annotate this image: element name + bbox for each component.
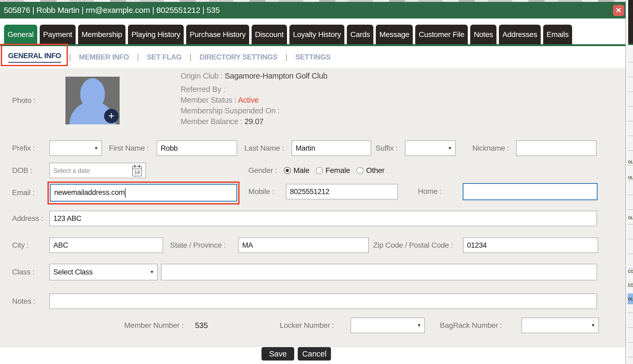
prefix-select[interactable] <box>49 140 102 156</box>
tab-bar: General Payment Membership Playing Histo… <box>0 23 625 46</box>
member-balance-row: Member Balance : 29.07 <box>181 117 263 126</box>
origin-club-value: Sagamore-Hampton Golf Club <box>225 72 327 80</box>
tab-message[interactable]: Message <box>376 25 413 44</box>
close-button[interactable] <box>613 5 624 16</box>
calendar-icon[interactable]: 14 <box>132 166 142 176</box>
subtab-general-info[interactable]: GENERAL INFO <box>8 52 61 63</box>
close-icon <box>613 5 624 16</box>
photo-placeholder[interactable] <box>65 77 120 124</box>
background-text-fragment: co <box>628 268 633 274</box>
zip-input[interactable]: 01234 <box>463 237 598 253</box>
chevron-down-icon <box>417 318 421 333</box>
radio-male[interactable] <box>284 167 291 174</box>
chevron-down-icon <box>591 318 595 333</box>
bagrack-number-select[interactable] <box>521 318 599 333</box>
state-label: State / Province : <box>170 237 226 253</box>
bagrack-number-label: BagRack Number : <box>440 318 502 333</box>
zip-label: Zip Code / Postal Code : <box>373 237 453 253</box>
subtab-set-flag[interactable]: SET FLAG <box>147 53 182 61</box>
class-label: Class : <box>12 264 34 280</box>
calendar-day: 14 <box>133 169 141 176</box>
subtab-separator: | <box>137 53 139 61</box>
tab-emails[interactable]: Emails <box>543 25 572 44</box>
mobile-input[interactable]: 8025551212 <box>286 184 398 199</box>
member-number-value: 535 <box>195 318 208 333</box>
background-text-fragment: ou <box>628 159 633 165</box>
radio-other[interactable] <box>356 167 363 174</box>
address-input[interactable]: 123 ABC <box>49 211 597 226</box>
tab-addresses[interactable]: Addresses <box>499 25 541 44</box>
class-select[interactable]: Select Class <box>49 264 158 280</box>
mobile-label: Mobile : <box>248 184 274 199</box>
subtab-directory-settings[interactable]: DIRECTORY SETTINGS <box>200 53 278 61</box>
home-input[interactable] <box>463 183 598 200</box>
last-name-label: Last Name : <box>244 140 284 156</box>
background-page-strip: ou ou ou co co ou <box>625 0 633 364</box>
home-label: Home : <box>418 184 441 199</box>
tab-payment[interactable]: Payment <box>40 25 76 44</box>
email-value: newemailaddress.com <box>54 188 125 196</box>
radio-female[interactable] <box>316 167 323 174</box>
first-name-input[interactable]: Robb <box>157 140 237 156</box>
tab-notes[interactable]: Notes <box>470 25 496 44</box>
gender-radio-group: Male Female Other <box>284 163 388 178</box>
state-input[interactable]: MA <box>238 237 369 253</box>
general-info-form: Photo : Origin Club : Sagamore-Hampton G… <box>0 68 625 347</box>
member-balance-label: Member Balance : <box>181 117 242 126</box>
locker-number-label: Locker Number : <box>280 318 334 333</box>
background-selected-row: ou <box>628 294 633 304</box>
tab-membership[interactable]: Membership <box>78 25 126 44</box>
city-label: City : <box>12 237 29 253</box>
add-photo-icon[interactable] <box>104 109 119 123</box>
notes-input[interactable] <box>49 294 597 309</box>
email-input[interactable]: newemailaddress.com <box>50 184 237 202</box>
dob-input[interactable]: Select a date 14 <box>49 163 146 178</box>
suspended-on-row: Membership Suspended On : <box>181 106 280 115</box>
tab-purchase-history[interactable]: Purchase History <box>186 25 249 44</box>
tab-playing-history[interactable]: Playing History <box>128 25 184 44</box>
subtab-separator: | <box>285 53 287 61</box>
suffix-select[interactable] <box>405 140 456 156</box>
member-balance-value: 29.07 <box>244 117 263 126</box>
radio-female-label: Female <box>326 166 350 175</box>
origin-club-row: Origin Club : Sagamore-Hampton Golf Club <box>181 72 327 80</box>
email-label: Email : <box>12 185 34 200</box>
nickname-input[interactable] <box>516 140 597 156</box>
screen: 505876 | Robb Martin | rm@example.com | … <box>0 0 633 364</box>
tab-loyalty-history[interactable]: Loyalty History <box>289 25 344 44</box>
dob-label: DOB : <box>12 163 32 178</box>
modal-titlebar: 505876 | Robb Martin | rm@example.com | … <box>0 2 625 18</box>
tab-customer-file[interactable]: Customer File <box>415 25 468 44</box>
member-status-row: Member Status : Active <box>181 96 259 105</box>
background-tab-fragment <box>628 0 633 45</box>
tab-general[interactable]: General <box>4 25 37 44</box>
subtab-settings[interactable]: SETTINGS <box>295 53 330 61</box>
save-button[interactable]: Save <box>262 347 294 361</box>
suspended-on-label: Membership Suspended On : <box>181 106 280 115</box>
subtab-bar: GENERAL INFO | MEMBER INFO | SET FLAG | … <box>0 46 625 69</box>
last-name-input[interactable]: Martin <box>292 140 371 156</box>
tab-cards[interactable]: Cards <box>347 25 373 44</box>
prefix-label: Prefix : <box>12 140 35 156</box>
member-status-value: Active <box>238 96 259 104</box>
dob-placeholder: Select a date <box>53 167 90 174</box>
subtab-separator: | <box>69 53 71 61</box>
photo-label: Photo : <box>12 93 35 108</box>
locker-number-select[interactable] <box>351 318 425 333</box>
subtab-member-info[interactable]: MEMBER INFO <box>79 53 129 61</box>
class-select-value: Select Class <box>53 268 93 276</box>
modal-title: 505876 | Robb Martin | rm@example.com | … <box>4 2 220 18</box>
city-input[interactable]: ABC <box>49 237 163 253</box>
first-name-label: First Name : <box>109 140 149 156</box>
suffix-label: Suffix : <box>376 140 398 156</box>
radio-male-label: Male <box>293 166 310 175</box>
subtab-separator: | <box>190 53 192 61</box>
referred-by-label: Referred By : <box>181 85 225 94</box>
background-page-top-edge <box>0 0 633 2</box>
cancel-button[interactable]: Cancel <box>298 347 331 361</box>
tab-discount[interactable]: Discount <box>252 25 287 44</box>
class-extra-input[interactable] <box>161 264 597 280</box>
chevron-down-icon <box>448 141 452 155</box>
background-text-fragment: ou <box>628 214 633 221</box>
background-text-fragment: ou <box>628 174 633 180</box>
